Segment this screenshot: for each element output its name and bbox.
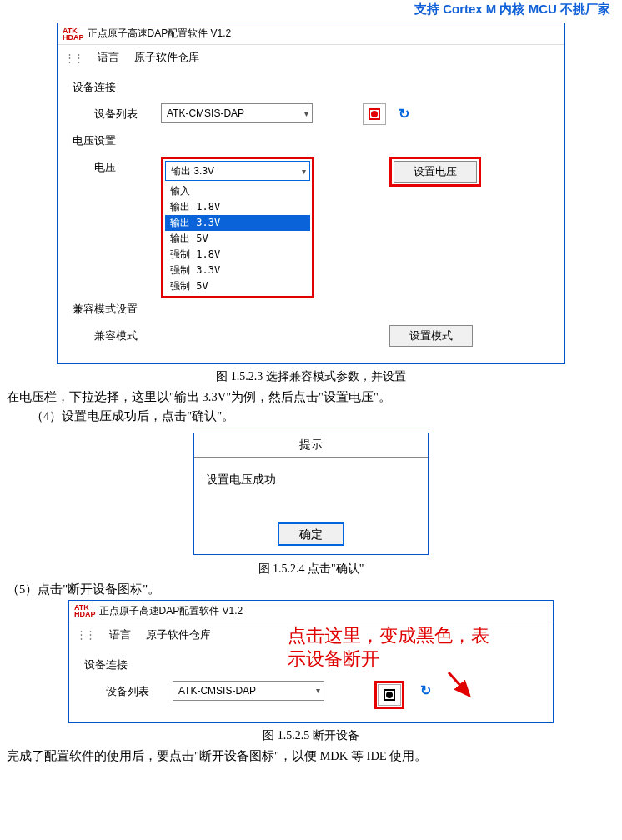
refresh-button[interactable]: ↻ — [414, 681, 436, 701]
page-header-fragment: 支持 Cortex M 内核 MCU 不挑厂家 — [3, 0, 619, 22]
device-list-value: ATK-CMSIS-DAP — [178, 685, 256, 697]
voltage-option[interactable]: 强制 1.8V — [165, 247, 310, 262]
menu-repo[interactable]: 原子软件仓库 — [146, 628, 211, 642]
app-logo-icon: ATKHDAP — [63, 28, 84, 41]
menu-grip-icon: ⋮⋮ — [76, 628, 94, 641]
voltage-dropdown[interactable]: 输出 3.3V ▾ 输入 输出 1.8V 输出 3.3V 输出 5V 强制 1.… — [161, 157, 314, 298]
svg-line-0 — [449, 672, 469, 696]
menu-language[interactable]: 语言 — [109, 628, 131, 642]
record-icon — [369, 108, 380, 120]
chevron-down-icon: ▾ — [302, 167, 306, 176]
refresh-icon: ↻ — [420, 682, 431, 698]
group-device-connect: 设备连接 — [73, 80, 553, 95]
label-device-list: 设备列表 — [106, 681, 173, 699]
titlebar: ATKHDAP 正点原子高速DAP配置软件 V1.2 — [69, 601, 553, 622]
label-compat-mode: 兼容模式 — [94, 325, 161, 343]
chevron-down-icon: ▾ — [304, 109, 308, 118]
chevron-down-icon: ▾ — [316, 686, 320, 695]
menu-language[interactable]: 语言 — [98, 50, 119, 65]
message-dialog: 提示 设置电压成功 确定 — [193, 432, 429, 555]
device-list-dropdown[interactable]: ATK-CMSIS-DAP ▾ — [173, 681, 324, 701]
voltage-option[interactable]: 输出 1.8V — [165, 199, 310, 215]
refresh-icon: ↻ — [399, 106, 409, 122]
arrow-icon — [444, 671, 478, 704]
highlight-frame: 设置电压 — [389, 157, 481, 187]
body-paragraph: 完成了配置软件的使用后，要点击"断开设备图标"，以便 MDK 等 IDE 使用。 — [7, 747, 615, 766]
disconnect-button[interactable] — [378, 684, 401, 706]
group-voltage: 电压设置 — [73, 133, 553, 148]
record-button[interactable] — [363, 103, 386, 125]
voltage-value: 输出 3.3V — [171, 164, 214, 178]
window-title: 正点原子高速DAP配置软件 V1.2 — [88, 27, 232, 41]
menu-grip-icon: ⋮⋮ — [64, 52, 83, 64]
group-compat-mode: 兼容模式设置 — [73, 302, 553, 317]
set-voltage-button[interactable]: 设置电压 — [394, 161, 477, 182]
label-voltage: 电压 — [94, 157, 161, 175]
voltage-option-list: 输入 输出 1.8V 输出 3.3V 输出 5V 强制 1.8V 强制 3.3V… — [165, 182, 310, 294]
menu-repo[interactable]: 原子软件仓库 — [134, 50, 199, 65]
voltage-option[interactable]: 输出 3.3V — [165, 215, 310, 231]
body-paragraph: 在电压栏，下拉选择，这里以"输出 3.3V"为例，然后点击"设置电压"。 — [7, 388, 615, 407]
dap-config-window-disconnect: ATKHDAP 正点原子高速DAP配置软件 V1.2 ⋮⋮ 语言 原子软件仓库 … — [68, 600, 554, 723]
dialog-message: 设置电压成功 — [194, 458, 428, 522]
device-list-value: ATK-CMSIS-DAP — [167, 108, 244, 119]
figure-caption: 图 1.5.2.5 断开设备 — [3, 728, 619, 743]
refresh-button[interactable]: ↻ — [393, 103, 414, 123]
titlebar: ATKHDAP 正点原子高速DAP配置软件 V1.2 — [58, 23, 564, 45]
figure-caption: 图 1.5.2.4 点击"确认" — [3, 562, 619, 577]
disconnect-icon — [384, 689, 395, 701]
figure-caption: 图 1.5.2.3 选择兼容模式参数，并设置 — [3, 369, 619, 384]
voltage-option[interactable]: 强制 5V — [165, 278, 310, 294]
body-paragraph: （4）设置电压成功后，点击"确认"。 — [7, 407, 615, 426]
app-logo-icon: ATKHDAP — [74, 604, 96, 618]
body-paragraph: （5）点击"断开设备图标"。 — [7, 580, 615, 599]
dialog-title: 提示 — [194, 433, 428, 458]
voltage-option[interactable]: 输出 5V — [165, 231, 310, 247]
label-device-list: 设备列表 — [94, 103, 161, 122]
ok-button[interactable]: 确定 — [278, 522, 344, 546]
device-list-dropdown[interactable]: ATK-CMSIS-DAP ▾ — [161, 103, 313, 123]
menubar: ⋮⋮ 语言 原子软件仓库 — [58, 45, 564, 70]
voltage-option[interactable]: 输入 — [165, 183, 310, 199]
voltage-option[interactable]: 强制 3.3V — [165, 262, 310, 278]
window-title: 正点原子高速DAP配置软件 V1.2 — [99, 604, 243, 618]
dap-config-window: ATKHDAP 正点原子高速DAP配置软件 V1.2 ⋮⋮ 语言 原子软件仓库 … — [57, 22, 565, 364]
callout-annotation: 点击这里，变成黑色，表 示设备断开 — [288, 624, 489, 672]
set-mode-button[interactable]: 设置模式 — [389, 325, 473, 347]
